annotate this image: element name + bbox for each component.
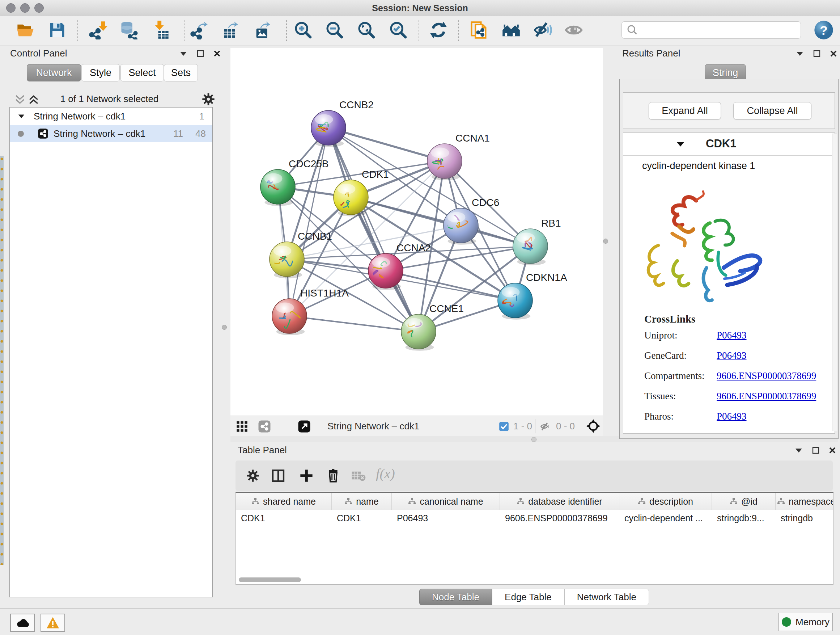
cell-canonical-name[interactable]: P06493 (392, 510, 500, 526)
cell-description[interactable]: cyclin-dependent ... (619, 510, 712, 526)
save-session-button[interactable] (46, 19, 69, 42)
zoom-selected-icon (389, 21, 408, 40)
zoom-in-button[interactable] (292, 19, 315, 42)
results-scrollbar[interactable] (832, 134, 837, 431)
edge-CCNA2-CDKN1A (386, 271, 515, 301)
column-header-database-identifier[interactable]: database identifier (500, 493, 619, 510)
float-panel-icon[interactable] (813, 50, 821, 57)
export-network-button[interactable] (188, 19, 211, 42)
help-icon: ? (813, 20, 834, 40)
close-panel-icon[interactable] (829, 447, 836, 454)
protein-header[interactable]: CDK1 (623, 133, 835, 156)
open-session-icon (16, 21, 35, 40)
column-header-canonical-name[interactable]: canonical name (392, 493, 500, 510)
crosslink-label: Tissues: (644, 391, 717, 402)
search-input[interactable] (638, 22, 801, 38)
panel-menu-icon[interactable] (796, 51, 804, 57)
network-row-selected[interactable]: String Network – cdk1 11 48 (10, 125, 212, 142)
tree-expand-icon[interactable] (18, 113, 25, 119)
crosslink-link[interactable]: 9606.ENSP00000378699 (717, 391, 816, 402)
eye-slash-icon (533, 21, 552, 40)
network-canvas[interactable]: CCNB2CCNA1CDC25BCDK1CDC6RB1CCNB1CCNA2CDK… (231, 48, 603, 416)
tab-sets[interactable]: Sets (164, 64, 198, 81)
column-type-icon (777, 498, 785, 505)
network-graph[interactable]: CCNB2CCNA1CDC25BCDK1CDC6RB1CCNB1CCNA2CDK… (231, 48, 603, 416)
delete-column-trash-icon[interactable] (326, 469, 340, 483)
cell-database-identifier[interactable]: 9606.ENSP00000378699 (500, 510, 619, 526)
collapse-section-icon[interactable] (676, 141, 685, 147)
column-label: shared name (263, 496, 316, 507)
tab-node-table[interactable]: Node Table (419, 589, 492, 605)
splitter-handle[interactable] (531, 437, 537, 442)
export-table-button[interactable] (219, 19, 242, 42)
tab-select[interactable]: Select (120, 64, 164, 81)
column-header-description[interactable]: description (619, 493, 712, 510)
left-splitter-handle[interactable] (222, 325, 227, 330)
add-column-icon[interactable] (299, 469, 314, 483)
birds-eye-view-icon[interactable] (586, 419, 600, 433)
close-panel-icon[interactable] (830, 50, 837, 57)
cell-@id[interactable]: stringdb:9... (712, 510, 775, 526)
network-view-toolbar: String Network – cdk1 1 - 0 0 - 0 (231, 416, 603, 437)
cell-name[interactable]: CDK1 (332, 510, 392, 526)
open-in-window-icon[interactable] (298, 420, 311, 433)
panel-menu-icon[interactable] (180, 51, 187, 57)
crosslink-label: Pharos: (644, 411, 717, 422)
tab-network-table[interactable]: Network Table (564, 589, 649, 605)
refresh-button[interactable] (427, 19, 450, 42)
export-image-button[interactable] (251, 19, 274, 42)
tab-edge-table[interactable]: Edge Table (492, 589, 564, 605)
memory-button[interactable]: Memory (778, 613, 833, 631)
network-options-gear-icon[interactable] (201, 92, 216, 106)
float-panel-icon[interactable] (197, 50, 204, 57)
expand-all-button[interactable]: Expand All (649, 102, 721, 119)
search-field-container (622, 21, 801, 39)
close-panel-icon[interactable] (213, 50, 221, 57)
column-header-shared-name[interactable]: shared name (236, 493, 332, 510)
crosslink-link[interactable]: P06493 (717, 330, 747, 341)
zoom-out-button[interactable] (323, 19, 346, 42)
refresh-icon (429, 21, 448, 40)
tab-style[interactable]: Style (81, 64, 120, 81)
selected-checkbox-icon[interactable] (499, 421, 509, 432)
cell-namespace[interactable]: stringdb (775, 510, 834, 526)
first-neighbors-button[interactable] (500, 19, 523, 42)
show-columns-icon[interactable] (271, 469, 286, 483)
column-header-@id[interactable]: @id (712, 493, 775, 510)
export-image-icon (253, 21, 272, 40)
network-collection-row[interactable]: String Network – cdk1 1 (10, 108, 212, 125)
tab-network[interactable]: Network (27, 64, 81, 81)
zoom-fit-icon (357, 21, 376, 40)
cloud-button[interactable] (10, 614, 35, 632)
crosslink-link[interactable]: 9606.ENSP00000378699 (717, 371, 816, 382)
clone-network-button[interactable] (468, 19, 491, 42)
warnings-button[interactable] (41, 614, 65, 632)
crosslink-link[interactable]: P06493 (717, 411, 747, 422)
help-button[interactable]: ? (812, 19, 835, 42)
cell-shared-name[interactable]: CDK1 (236, 510, 332, 526)
column-header-name[interactable]: name (332, 493, 392, 510)
table-panel: Table Panel (231, 442, 838, 607)
table-settings-gear-icon[interactable] (246, 469, 260, 483)
open-session-button[interactable] (14, 19, 37, 42)
panel-menu-icon[interactable] (795, 448, 803, 453)
zoom-selected-button[interactable] (387, 19, 410, 42)
import-network-database-button[interactable] (117, 19, 140, 42)
grid-view-icon[interactable] (236, 421, 248, 432)
table-row[interactable]: CDK1CDK1P064939606.ENSP00000378699cyclin… (236, 510, 833, 526)
string-view-icon[interactable] (258, 420, 271, 433)
collapse-all-button[interactable]: Collapse All (733, 102, 812, 119)
column-label: namespace (789, 496, 834, 507)
column-header-namespace[interactable]: namespace (775, 493, 834, 510)
import-table-button[interactable] (149, 19, 172, 42)
results-panel: Results Panel String Expand All Collapse… (615, 46, 838, 441)
node-label-CCNA1: CCNA1 (455, 133, 490, 144)
right-splitter-handle[interactable] (603, 239, 608, 244)
float-panel-icon[interactable] (812, 447, 819, 454)
table-horizontal-scrollbar[interactable] (239, 578, 301, 582)
crosslink-link[interactable]: P06493 (717, 350, 747, 361)
import-network-button[interactable] (87, 19, 110, 42)
hide-selected-button[interactable] (531, 19, 554, 42)
zoom-fit-button[interactable] (355, 19, 378, 42)
show-all-button[interactable] (562, 19, 585, 42)
